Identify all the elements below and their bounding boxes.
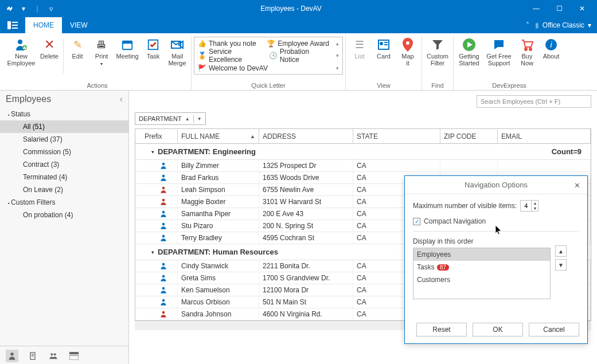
clock-icon: 🕓 (269, 52, 278, 60)
svg-point-31 (162, 199, 165, 202)
compact-nav-checkbox[interactable]: ✓ (413, 218, 420, 225)
spin-up-icon[interactable]: ▲ (532, 201, 538, 206)
printer-icon: 🖶 (95, 38, 108, 52)
cart-icon (520, 38, 534, 52)
getting-started-button[interactable]: Getting Started (456, 37, 482, 77)
order-item-tasks[interactable]: Tasks87 (413, 261, 550, 273)
group-label-find: Find (424, 81, 451, 90)
about-button[interactable]: iAbout (540, 37, 563, 77)
new-employee-button[interactable]: New Employee (6, 37, 37, 77)
svg-point-17 (529, 48, 532, 50)
sidebar: Employees Status All (51) Salaried (37) … (0, 91, 129, 364)
table-row[interactable]: Billy Zimmer1325 Prospect DrCA (135, 160, 591, 172)
file-menu-button[interactable] (0, 17, 25, 33)
spin-down-icon[interactable]: ▼ (532, 206, 538, 211)
svg-rect-26 (69, 352, 79, 354)
reset-button[interactable]: Reset (416, 323, 467, 336)
ok-button[interactable]: OK (473, 323, 523, 336)
col-fullname[interactable]: FULL NAME▲ (178, 129, 259, 143)
sidebar-item-terminated[interactable]: Terminated (4) (0, 171, 128, 183)
print-button[interactable]: 🖶Print▾ (90, 37, 113, 77)
nav-employees-icon[interactable] (6, 350, 18, 362)
nav-more-icon[interactable] (68, 350, 80, 362)
svg-point-29 (162, 175, 165, 178)
chevron-down-icon[interactable]: ▼ (197, 116, 202, 122)
nav-customers-icon[interactable] (47, 350, 60, 362)
list-view-button[interactable]: ☰List (348, 37, 371, 77)
max-items-value[interactable] (521, 201, 531, 211)
scroll-down-icon[interactable]: ▾ (336, 53, 339, 58)
chevron-down-icon: ▾ (100, 61, 103, 66)
title-bar: ▾ | ▿ Employees - DevAV — ☐ ✕ (0, 0, 597, 17)
custom-filter-button[interactable]: Custom Filter (424, 37, 451, 77)
col-prefix[interactable]: Prefix (135, 129, 178, 143)
move-up-button[interactable]: ▲ (555, 245, 567, 257)
ribbon: New Employee ✕Delete ✎Edit 🖶Print▾ Meeti… (0, 33, 597, 91)
sidebar-group-custom[interactable]: Custom Filters (0, 196, 128, 209)
thumb-icon: 👍 (198, 40, 206, 48)
max-items-spinner[interactable]: ▲▼ (520, 200, 539, 212)
delete-button[interactable]: ✕Delete (38, 37, 61, 77)
pin-icon (401, 38, 415, 52)
ribbon-collapse-icon[interactable]: ˄ (526, 21, 529, 29)
envelope-icon (170, 38, 184, 52)
sidebar-item-commission[interactable]: Commission (5) (0, 146, 128, 158)
ribbon-tabs: HOME VIEW ˄ ▮ Office Classic ▾ (0, 17, 597, 33)
tab-view[interactable]: VIEW (62, 17, 96, 33)
info-icon: i (544, 38, 558, 52)
task-button[interactable]: Task (142, 37, 165, 77)
svg-rect-27 (69, 355, 79, 360)
search-input[interactable]: Search Employees (Ctrl + F) (477, 95, 591, 108)
minimize-button[interactable]: — (525, 0, 548, 17)
sidebar-item-probation[interactable]: On probation (4) (0, 209, 128, 221)
svg-point-35 (162, 263, 165, 266)
close-button[interactable]: ✕ (571, 0, 594, 17)
buy-now-button[interactable]: Buy Now (516, 37, 539, 77)
medal-icon: 🏅 (198, 52, 206, 60)
trophy-icon: 🏆 (267, 40, 275, 48)
map-it-button[interactable]: Map it (396, 37, 419, 77)
col-address[interactable]: ADDRESS (259, 129, 353, 143)
x-icon: ✕ (42, 38, 56, 52)
group-chip-label: DEPARTMENT (139, 115, 182, 122)
order-item-employees[interactable]: Employees (413, 248, 550, 261)
display-order-label: Display in this order (413, 237, 579, 245)
sidebar-item-onleave[interactable]: On Leave (2) (0, 183, 128, 196)
sidebar-group-status[interactable]: Status (0, 108, 128, 120)
edit-button[interactable]: ✎Edit (66, 37, 89, 77)
nav-tasks-icon[interactable] (26, 350, 39, 362)
display-order-list[interactable]: Employees Tasks87 Customers (413, 248, 551, 299)
col-zip[interactable]: ZIP CODE (440, 129, 498, 143)
col-email[interactable]: EMAIL (498, 129, 591, 143)
order-item-customers[interactable]: Customers (413, 273, 550, 286)
move-down-button[interactable]: ▼ (555, 259, 567, 271)
list-icon: ☰ (353, 38, 366, 52)
qat-overflow-icon[interactable]: ▿ (45, 2, 57, 15)
svg-point-32 (162, 211, 165, 214)
expand-icon[interactable]: ▾ (336, 65, 339, 71)
sidebar-collapse-icon[interactable] (120, 94, 123, 104)
maximize-button[interactable]: ☐ (548, 0, 571, 17)
card-view-button[interactable]: Card (372, 37, 395, 77)
col-state[interactable]: STATE (353, 129, 440, 143)
quick-access-toolbar: ▾ | ▿ (3, 2, 57, 15)
scroll-up-icon[interactable]: ▴ (336, 41, 339, 46)
mail-merge-button[interactable]: Mail Merge (166, 37, 189, 77)
sidebar-item-contract[interactable]: Contract (3) (0, 158, 128, 171)
group-label-view: View (348, 81, 419, 90)
compact-nav-label: Compact Navigation (424, 217, 486, 225)
sidebar-item-salaried[interactable]: Salaried (37) (0, 133, 128, 146)
theme-chooser[interactable]: ▮ Office Classic ▾ (535, 21, 591, 29)
tab-home[interactable]: HOME (25, 17, 62, 33)
dialog-close-button[interactable]: ✕ (571, 179, 583, 191)
group-row[interactable]: ▾DEPARTMENT: EngineeringCount=9 (135, 144, 591, 160)
sidebar-item-all[interactable]: All (51) (0, 120, 128, 133)
meeting-button[interactable]: Meeting (114, 37, 141, 77)
qat-logo-icon[interactable] (3, 2, 16, 15)
get-free-support-button[interactable]: Get Free Support (483, 37, 514, 77)
group-by-chip[interactable]: DEPARTMENT ▲ ▼ (135, 112, 206, 125)
sidebar-navbar (0, 346, 128, 364)
qat-dropdown-icon[interactable]: ▾ (17, 2, 30, 15)
quick-letter-gallery[interactable]: 👍Thank you note🏆Employee Award▴ 🏅Service… (194, 37, 343, 75)
cancel-button[interactable]: Cancel (529, 323, 579, 336)
